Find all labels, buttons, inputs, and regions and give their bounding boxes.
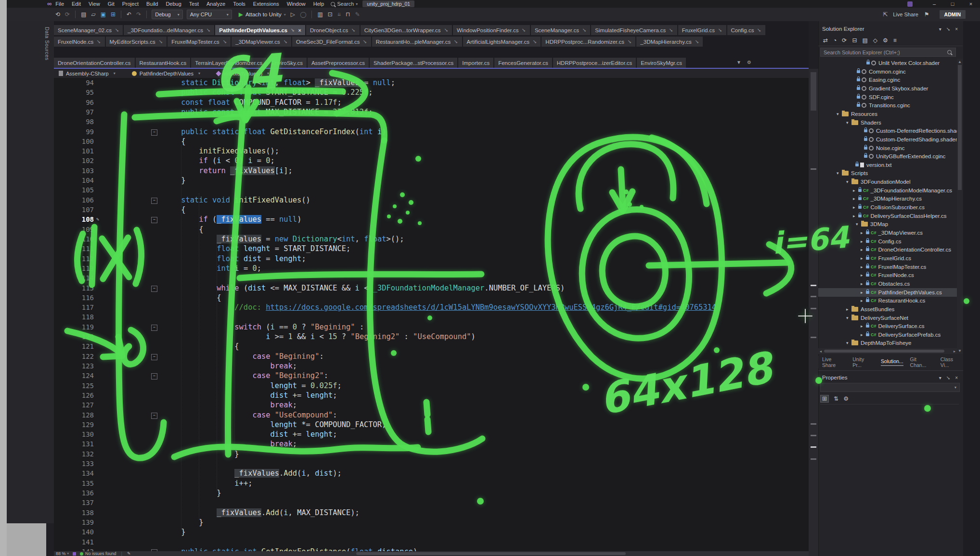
new-file-icon[interactable]: ▤ xyxy=(81,11,86,18)
tree-item-common-cginc[interactable]: Common.cginc xyxy=(818,67,957,76)
feedback-badge-icon[interactable] xyxy=(907,1,913,7)
tree-item-transitions-cginc[interactable]: Transitions.cginc xyxy=(818,101,957,110)
code-editor[interactable]: 94 static Dictionary<int, float> _fixVal… xyxy=(54,78,809,551)
open-file-icon[interactable]: ▱ xyxy=(91,11,95,18)
redo-icon[interactable]: ↷ xyxy=(136,11,141,18)
debug-configuration-dropdown[interactable]: Debug▾ xyxy=(152,10,182,19)
breadcrumb-member[interactable]: initFixedValues() xyxy=(223,71,262,76)
tab-terrainlayerrandomizer-cs[interactable]: TerrainLayerRandomizer.cs xyxy=(191,58,266,68)
show-all-files-icon[interactable]: ▤ xyxy=(862,37,867,44)
tab-fruxelgrid-cs[interactable]: FruxelGrid.cs⊸ xyxy=(678,25,726,35)
chevron-down-icon[interactable]: ▾ xyxy=(939,375,941,380)
tab-simulatedfisheyecamera-cs[interactable]: SimulatedFisheyeCamera.cs⊸ xyxy=(591,25,677,35)
tree-item-unlit-vertex-color-shader[interactable]: Unlit Vertex Color.shader xyxy=(818,59,957,67)
tree-item-deliverysurfaceprefab-cs[interactable]: ▸C#DeliverySurfacePrefab.cs xyxy=(818,330,957,339)
sync-with-active-document-icon[interactable]: ⇄ xyxy=(823,37,828,44)
chevron-collapsed-icon[interactable]: ▸ xyxy=(861,230,866,235)
attach-to-unity-button[interactable]: Attach to Unity xyxy=(245,12,282,17)
scrollbar-thumb[interactable] xyxy=(958,65,962,190)
tab-artificiallightsmanager-cs[interactable]: ArtificialLightsManager.cs⊸ xyxy=(463,37,541,47)
chevron-collapsed-icon[interactable]: ▸ xyxy=(861,281,866,286)
editor-vertical-scrollbar[interactable] xyxy=(809,69,818,556)
tree-item-scripts[interactable]: ▾Scripts xyxy=(818,169,957,177)
tab-scenemanager-cs[interactable]: SceneManager.cs⊸ xyxy=(531,25,590,35)
menu-git[interactable]: Git xyxy=(104,0,118,8)
maximize-button[interactable]: □ xyxy=(943,0,962,8)
menu-file[interactable]: File xyxy=(52,0,68,8)
data-sources-vertical-tab[interactable]: Data Sources xyxy=(44,27,50,61)
chevron-down-icon[interactable]: ▾ xyxy=(198,71,200,76)
tree-item-restauranthook-cs[interactable]: ▸C#RestaurantHook.cs xyxy=(818,296,957,305)
chevron-collapsed-icon[interactable]: ▸ xyxy=(861,290,866,295)
tree-item-fruxelgrid-cs[interactable]: ▸C#FruxelGrid.cs xyxy=(818,254,957,263)
pending-changes-filter-icon[interactable]: ◔ xyxy=(833,37,837,44)
admin-button[interactable]: ADMIN xyxy=(940,10,966,19)
tab-shaderpackage-stprocessor-cs[interactable]: ShaderPackage...stProcessor.cs xyxy=(370,58,457,68)
pin-icon[interactable]: ⊸ xyxy=(531,38,538,45)
close-icon[interactable]: × xyxy=(955,375,958,380)
editor-horizontal-scrollbar[interactable] xyxy=(356,552,626,555)
scrollbar-thumb[interactable] xyxy=(811,72,816,111)
attach-options-chevron-icon[interactable]: ▾ xyxy=(284,13,286,17)
zoom-level[interactable]: 88 % xyxy=(56,551,66,556)
tab-pathfinderdepthvalues-cs[interactable]: PathfinderDepthValues.cs⊸× xyxy=(215,25,305,35)
properties-icon[interactable]: ⚙ xyxy=(883,37,888,44)
pin-icon[interactable]: ⊸ xyxy=(290,27,297,34)
chevron-collapsed-icon[interactable]: ▸ xyxy=(861,265,866,269)
menu-window[interactable]: Window xyxy=(283,0,309,8)
menu-tools[interactable]: Tools xyxy=(229,0,249,8)
close-icon[interactable]: × xyxy=(298,27,301,33)
breadcrumb-type[interactable]: PathfinderDepthValues xyxy=(140,71,193,76)
save-icon[interactable]: ▣ xyxy=(101,11,106,18)
menu-test[interactable]: Test xyxy=(185,0,203,8)
tree-item--3dfoundationmodelmanager-cs[interactable]: ▸C#_3DFoundationModelManager.cs xyxy=(818,186,957,195)
pin-icon[interactable]: ⊸ xyxy=(157,38,164,45)
pin-icon[interactable]: ⊸ xyxy=(282,38,289,45)
alphabetical-icon[interactable]: ⇅ xyxy=(834,395,838,402)
menu-debug[interactable]: Debug xyxy=(162,0,185,8)
tab-scenemanager-02-cs[interactable]: SceneManager_02.cs⊸ xyxy=(54,25,123,35)
chevron-expanded-icon[interactable]: ▾ xyxy=(846,316,851,320)
tab-hdrppostproc-randomizer-cs[interactable]: HDRPPostproc...Randomizer.cs⊸ xyxy=(542,37,635,47)
tab-droneobject-cs[interactable]: DroneObject.cs⊸ xyxy=(306,25,360,35)
tree-item-unitygbufferextended-cginc[interactable]: UnityGBufferExtended.cginc xyxy=(818,152,957,161)
chevron-expanded-icon[interactable]: ▾ xyxy=(846,120,851,125)
view-code-icon[interactable]: ◇ xyxy=(873,37,877,44)
tab-myeditorscripts-cs[interactable]: MyEditorScripts.cs⊸ xyxy=(106,37,167,47)
comment-icon[interactable]: ✎ xyxy=(355,11,360,18)
tab--3dmaphierarchy-cs[interactable]: _3DMapHierarchy.cs⊸ xyxy=(636,37,703,47)
tree-item-assetbundles[interactable]: ▸AssetBundles xyxy=(818,305,957,314)
chevron-collapsed-icon[interactable]: ▸ xyxy=(861,298,866,303)
tab-hdrppostproce-izereditor-cs[interactable]: HDRPPostproce...izerEditor.cs xyxy=(553,58,636,68)
tab-restauranthook-cs[interactable]: RestaurantHook.cs xyxy=(136,58,191,68)
pin-icon[interactable]: ⊸ xyxy=(205,27,212,34)
bookmark-icon[interactable]: ⊓ xyxy=(346,11,350,18)
chevron-collapsed-icon[interactable]: ▸ xyxy=(861,256,866,261)
pin-icon[interactable]: ⊸ xyxy=(95,38,102,45)
tab-fruxelnode-cs[interactable]: FruxelNode.cs⊸ xyxy=(54,37,105,47)
toolbar-overflow-icon[interactable]: ⇊ xyxy=(337,12,341,17)
tab-assetpreprocessor-cs[interactable]: AssetPreprocessor.cs xyxy=(308,58,369,68)
tab--3dfoundatio-delmanager-cs[interactable]: _3DFoundatio...delManager.cs⊸ xyxy=(124,25,214,35)
tree-item-obstacles-cs[interactable]: ▸C#Obstacles.cs xyxy=(818,279,957,288)
tab-windowpositionfinder-cs[interactable]: WindowPositionFinder.cs⊸ xyxy=(453,25,530,35)
chevron-expanded-icon[interactable]: ▾ xyxy=(837,171,842,176)
panel-tab-solution-[interactable]: Solution... xyxy=(881,358,903,366)
tab-options-gear-icon[interactable]: ⚙ xyxy=(747,60,751,65)
collapse-all-icon[interactable]: ⊟ xyxy=(852,37,857,44)
pin-icon[interactable]: ⊸ xyxy=(581,27,588,34)
tree-item-fruxelmaptester-cs[interactable]: ▸C#FruxelMapTester.cs xyxy=(818,263,957,271)
tree-item-config-cs[interactable]: ▸C#Config.cs xyxy=(818,237,957,246)
tree-item-fruxelnode-cs[interactable]: ▸C#FruxelNode.cs xyxy=(818,271,957,279)
categorized-icon[interactable]: ⊞ xyxy=(820,395,829,403)
find-in-files-icon[interactable]: ▥ xyxy=(317,11,322,18)
tree-item-shaders[interactable]: ▾Shaders xyxy=(818,118,957,127)
tab-restaurantho-plemanager-cs[interactable]: RestaurantHo...pleManager.cs⊸ xyxy=(372,37,462,47)
chevron-collapsed-icon[interactable]: ▸ xyxy=(853,205,858,210)
chevron-collapsed-icon[interactable]: ▸ xyxy=(853,196,858,201)
pin-icon[interactable]: ⊸ xyxy=(350,27,357,34)
close-button[interactable]: × xyxy=(962,0,980,8)
pin-icon[interactable]: ⊸ xyxy=(626,38,633,45)
menu-build[interactable]: Build xyxy=(142,0,162,8)
flag-icon[interactable]: ⚑ xyxy=(924,11,929,18)
